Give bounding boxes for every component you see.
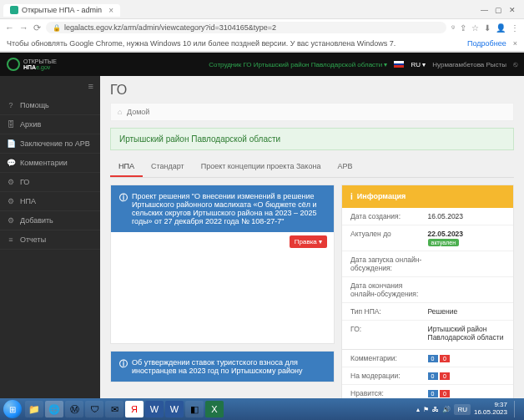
taskbar-yandex-icon[interactable]: Я — [125, 401, 144, 417]
document-card-1-title: Проект решения "О внесении изменений в р… — [132, 192, 325, 225]
count-badge: 0 — [440, 355, 450, 362]
tab-arv[interactable]: АРВ — [329, 157, 360, 177]
document-icon: 📄 — [7, 139, 15, 148]
download-icon[interactable]: ⬇ — [484, 23, 491, 33]
warning-text: Чтобы обновлять Google Chrome, нужна Win… — [7, 39, 396, 48]
document-card-1-body — [111, 251, 334, 343]
user-name[interactable]: Нурмагамбетова Рысты — [432, 61, 506, 68]
sidebar-item-archive[interactable]: 🗄Архив — [0, 115, 100, 134]
start-button[interactable]: ⊞ — [3, 400, 22, 418]
url-text: legalacts.egov.kz/arm/admin/viewcategory… — [64, 23, 276, 32]
tray-clock[interactable]: 9:37 16.05.2023 — [474, 402, 507, 417]
app-header: ОТКРЫТЫЕ НПАe.gov Сотрудник ГО Иртышский… — [0, 53, 524, 76]
document-card-1: ⓘ Проект решения "О внесении изменений в… — [110, 185, 335, 344]
status-badge: актуален — [428, 239, 459, 246]
sidebar: ≡ ?Помощь 🗄Архив 📄Заключение по АРВ 💬Ком… — [0, 76, 100, 410]
sidebar-item-reports[interactable]: ≡Отчеты — [0, 230, 100, 250]
windows-icon: ⊞ — [9, 405, 16, 414]
window-controls: — ▢ ✕ — [481, 6, 521, 14]
sidebar-toggle-icon[interactable]: ≡ — [0, 76, 100, 96]
count-badge: 0 — [428, 355, 438, 362]
count-badge: 0 — [428, 372, 438, 380]
sidebar-item-help[interactable]: ?Помощь — [0, 96, 100, 115]
window-maximize-icon[interactable]: ▢ — [495, 6, 502, 14]
gear-icon: ⚙ — [7, 197, 15, 205]
chrome-warning-bar: Чтобы обновлять Google Chrome, нужна Win… — [0, 36, 524, 52]
document-card-2-title: Об утверждении ставок туристского взноса… — [132, 358, 325, 375]
breadcrumb-home: Домой — [127, 108, 149, 116]
tab-favicon-icon — [10, 6, 18, 14]
flag-icon — [394, 61, 404, 68]
window-close-icon[interactable]: ✕ — [509, 6, 516, 14]
windows-taskbar: ⊞ 📁 🌐 Ⓜ 🛡 ✉ Я W W ◧ X ▴ ⚑ 🖧 🔊 RU 9:37 16… — [0, 398, 524, 420]
menu-icon[interactable]: ⋮ — [511, 23, 519, 33]
document-card-2: ⓘ Об утверждении ставок туристского взно… — [110, 351, 335, 382]
sidebar-item-go[interactable]: ⚙ГО — [0, 173, 100, 192]
gear-icon: ⚙ — [7, 216, 15, 225]
tab-title: Открытые НПА - admin — [22, 6, 102, 14]
sidebar-item-comments[interactable]: 💬Комментарии — [0, 154, 100, 173]
nav-forward-icon[interactable]: → — [19, 23, 28, 33]
document-card-1-head[interactable]: ⓘ Проект решения "О внесении изменений в… — [111, 185, 334, 232]
taskbar-explorer-icon[interactable]: 📁 — [25, 401, 43, 417]
browser-tab-bar: Открытые НПА - admin × — ▢ ✕ — [0, 0, 524, 18]
info-icon: i — [350, 192, 353, 201]
help-icon: ? — [7, 101, 15, 109]
tab-npa[interactable]: НПА — [110, 157, 143, 177]
lock-icon: 🔒 — [53, 24, 61, 32]
taskbar-word2-icon[interactable]: W — [165, 401, 184, 417]
comment-icon: 💬 — [7, 159, 15, 167]
tray-volume-icon[interactable]: 🔊 — [442, 406, 451, 413]
logout-icon[interactable]: ⎋ — [513, 60, 517, 68]
share-icon[interactable]: ⇪ — [460, 23, 466, 33]
sidebar-item-npa[interactable]: ⚙НПА — [0, 192, 100, 211]
profile-icon[interactable]: 👤 — [496, 23, 506, 33]
taskbar-word-icon[interactable]: W — [145, 401, 164, 417]
update-link[interactable]: Подробнее — [467, 39, 506, 48]
breadcrumb[interactable]: ⌂ Домой — [110, 103, 514, 121]
tab-close-icon[interactable]: × — [108, 6, 113, 15]
taskbar-app-icon[interactable]: ◧ — [185, 401, 204, 417]
tray-network-icon[interactable]: 🖧 — [432, 406, 439, 413]
taskbar-maxthon-icon[interactable]: Ⓜ — [65, 401, 83, 417]
list-icon: ≡ — [7, 235, 15, 244]
app-logo[interactable]: ОТКРЫТЫЕ НПАe.gov — [7, 58, 57, 71]
warning-close-icon[interactable]: × — [513, 39, 517, 48]
app-body: ≡ ?Помощь 🗄Архив 📄Заключение по АРВ 💬Ком… — [0, 76, 524, 410]
sidebar-item-arv[interactable]: 📄Заключение по АРВ — [0, 134, 100, 154]
org-link[interactable]: Сотрудник ГО Иртышский район Павлодарско… — [209, 61, 387, 68]
lang-switch[interactable]: RU ▾ — [411, 61, 426, 68]
search-icon[interactable]: ᵍ — [451, 23, 455, 33]
bookmark-icon[interactable]: ☆ — [471, 23, 479, 33]
content-tabs: НПА Стандарт Проект концепции проекта За… — [110, 157, 514, 178]
tray-show-hidden-icon[interactable]: ▴ — [416, 406, 420, 413]
tab-concept[interactable]: Проект концепции проекта Закона — [193, 157, 330, 177]
window-minimize-icon[interactable]: — — [481, 6, 488, 14]
show-desktop-button[interactable] — [514, 401, 521, 417]
browser-tab[interactable]: Открытые НПА - admin × — [3, 4, 120, 17]
tray-lang[interactable]: RU — [454, 404, 471, 415]
taskbar-chrome-icon[interactable]: 🌐 — [45, 401, 63, 417]
info-panel-1: i Информация Дата создания:16.05.2023 Ак… — [341, 185, 514, 410]
tab-standard[interactable]: Стандарт — [143, 157, 193, 177]
system-tray: ▴ ⚑ 🖧 🔊 RU 9:37 16.05.2023 — [416, 401, 521, 417]
main-content[interactable]: ГО ⌂ Домой Иртышский район Павлодарской … — [100, 76, 524, 410]
edit-button[interactable]: Правка ▾ — [290, 235, 327, 248]
url-input[interactable]: 🔒 legalacts.egov.kz/arm/admin/viewcatego… — [46, 22, 446, 33]
gear-icon: ⚙ — [7, 178, 15, 186]
info-icon: ⓘ — [119, 192, 128, 225]
tray-flag-icon[interactable]: ⚑ — [423, 406, 429, 413]
page-title: ГО — [110, 83, 514, 98]
document-card-2-head[interactable]: ⓘ Об утверждении ставок туристского взно… — [111, 352, 334, 382]
taskbar-kaspersky-icon[interactable]: 🛡 — [85, 401, 103, 417]
nav-reload-icon[interactable]: ⟳ — [33, 23, 41, 33]
taskbar-mail-icon[interactable]: ✉ — [105, 401, 123, 417]
taskbar-excel-icon[interactable]: X — [205, 401, 224, 417]
address-bar: ← → ⟳ 🔒 legalacts.egov.kz/arm/admin/view… — [0, 18, 524, 36]
sidebar-item-add[interactable]: ⚙Добавить — [0, 211, 100, 230]
home-icon: ⌂ — [118, 108, 122, 116]
browser-chrome: Открытые НПА - admin × — ▢ ✕ ← → ⟳ 🔒 leg… — [0, 0, 524, 53]
info-panel-1-body: Дата создания:16.05.2023 Актуален до22.0… — [342, 208, 513, 410]
archive-icon: 🗄 — [7, 120, 15, 129]
nav-back-icon[interactable]: ← — [5, 23, 14, 33]
